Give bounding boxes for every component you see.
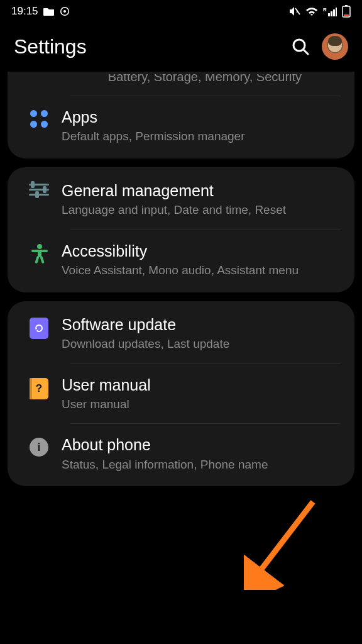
- mute-icon: [289, 6, 300, 16]
- svg-point-1: [63, 10, 66, 13]
- settings-group-general: General management Language and input, D…: [8, 167, 354, 292]
- row-sub: User manual: [62, 396, 341, 413]
- settings-item-user-manual[interactable]: ? User manual User manual: [8, 364, 354, 424]
- svg-rect-4: [328, 13, 330, 16]
- settings-item-about-phone[interactable]: i About phone Status, Legal information,…: [8, 424, 354, 484]
- annotation-arrow: [244, 496, 326, 590]
- partial-row-sub: Battery, Storage, Memory, Security: [70, 74, 339, 91]
- row-sub: Status, Legal information, Phone name: [62, 457, 341, 473]
- status-time: 19:15: [11, 5, 38, 18]
- row-sub: Download updates, Last update: [62, 336, 341, 352]
- settings-item-apps[interactable]: Apps Default apps, Permission manager: [8, 96, 354, 156]
- status-right: R: [289, 5, 351, 18]
- wifi-icon: [305, 7, 318, 16]
- row-title: Apps: [62, 108, 341, 127]
- svg-rect-6: [333, 9, 335, 16]
- status-bar: 19:15 R: [0, 0, 362, 23]
- svg-rect-10: [344, 14, 349, 16]
- sliders-icon: [16, 181, 62, 196]
- settings-group-system: Software update Download updates, Last u…: [8, 301, 354, 487]
- battery-icon: [342, 5, 351, 18]
- profile-avatar[interactable]: [322, 33, 348, 60]
- settings-item-accessibility[interactable]: Accessibility Voice Assistant, Mono audi…: [8, 230, 354, 290]
- app-header: Settings: [0, 23, 362, 72]
- status-left: 19:15: [11, 5, 70, 18]
- row-title: General management: [62, 181, 341, 201]
- settings-group-device-care: Battery, Storage, Memory, Security Apps …: [8, 72, 354, 158]
- svg-rect-5: [331, 11, 332, 16]
- manual-icon: ?: [16, 375, 62, 399]
- row-title: User manual: [62, 375, 341, 395]
- svg-text:R: R: [323, 7, 327, 13]
- search-button[interactable]: [287, 33, 314, 60]
- folder-icon: [43, 7, 55, 16]
- signal-icon: R: [323, 7, 337, 16]
- svg-line-12: [304, 50, 308, 54]
- svg-line-13: [255, 502, 313, 577]
- info-icon: i: [16, 435, 62, 457]
- row-title: Accessibility: [62, 242, 341, 261]
- row-sub: Default apps, Permission manager: [62, 128, 341, 145]
- row-sub: Voice Assistant, Mono audio, Assistant m…: [62, 262, 341, 279]
- search-icon: [291, 37, 310, 56]
- update-icon: [16, 315, 62, 339]
- sync-icon: [60, 6, 70, 16]
- svg-rect-9: [345, 5, 348, 6]
- row-title: Software update: [62, 315, 341, 335]
- page-title: Settings: [14, 35, 287, 58]
- accessibility-icon: [16, 242, 62, 264]
- row-sub: Language and input, Date and time, Reset: [62, 202, 341, 218]
- svg-rect-7: [336, 8, 337, 16]
- settings-item-general-management[interactable]: General management Language and input, D…: [8, 170, 354, 230]
- apps-icon: [16, 108, 62, 128]
- settings-item-software-update[interactable]: Software update Download updates, Last u…: [8, 304, 354, 364]
- row-title: About phone: [62, 435, 341, 455]
